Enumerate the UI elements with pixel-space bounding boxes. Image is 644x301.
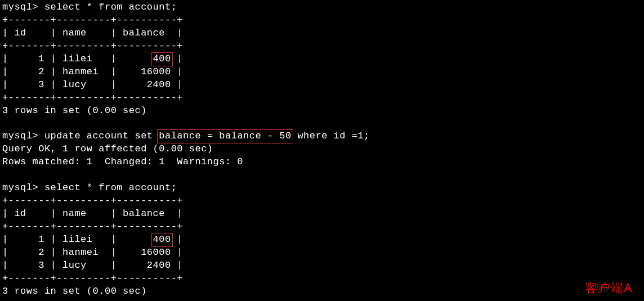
highlight-balance: 400 xyxy=(151,233,173,247)
highlight-update-expr: balance = balance - 50 xyxy=(157,129,293,143)
update-result2: Rows matched: 1 Changed: 1 Warnings: 0 xyxy=(2,156,642,169)
table-row: | 2 | hanmei | 16000 | xyxy=(2,66,642,79)
query2-header: | id | name | balance | xyxy=(2,208,642,221)
table-row: | 3 | lucy | 2400 | xyxy=(2,259,642,272)
update-result1: Query OK, 1 row affected (0.00 sec) xyxy=(2,143,642,156)
table-row: | 1 | lilei | 400 | xyxy=(2,233,642,246)
query2-border-mid: +-------+---------+----------+ xyxy=(2,221,642,233)
table-row: | 1 | lilei | 400 | xyxy=(2,53,642,66)
query2-border-top: +-------+---------+----------+ xyxy=(2,195,642,208)
query1-border-bot: +-------+---------+----------+ xyxy=(2,92,642,105)
table-row: | 3 | lucy | 2400 | xyxy=(2,79,642,92)
query1-border-mid: +-------+---------+----------+ xyxy=(2,40,642,53)
query1-header: | id | name | balance | xyxy=(2,27,642,40)
blank-line xyxy=(2,117,642,130)
blank-line xyxy=(2,169,642,182)
highlight-balance: 400 xyxy=(151,52,173,66)
query1-border-top: +-------+---------+----------+ xyxy=(2,14,642,27)
query1-status: 3 rows in set (0.00 sec) xyxy=(2,105,642,118)
query2-command: mysql> select * from account; xyxy=(2,182,642,195)
table-row: | 2 | hanmei | 16000 | xyxy=(2,246,642,259)
update-command: mysql> update account set balance = bala… xyxy=(2,130,642,143)
query2-border-bot: +-------+---------+----------+ xyxy=(2,272,642,285)
query2-status: 3 rows in set (0.00 sec) xyxy=(2,285,642,298)
watermark-label: 客户端A xyxy=(585,280,633,296)
query1-command: mysql> select * from account; xyxy=(2,1,642,14)
